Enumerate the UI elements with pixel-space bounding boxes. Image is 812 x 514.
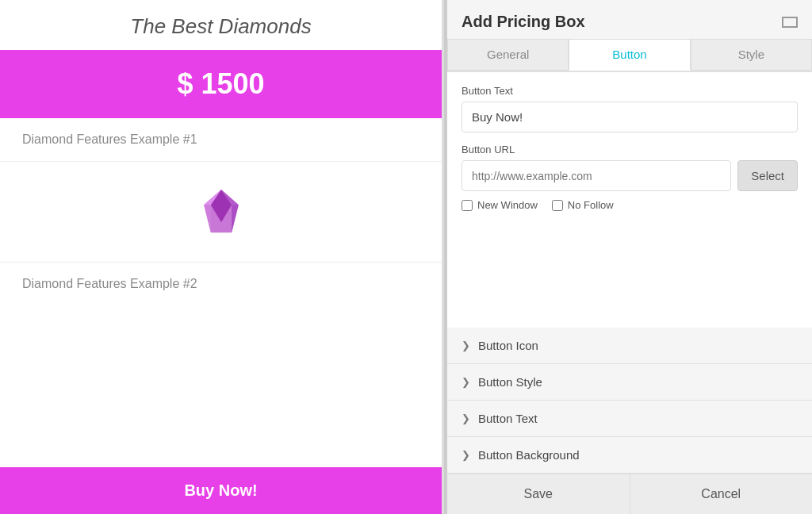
footer-buttons: Save Cancel — [447, 474, 812, 514]
feature-item-1: Diamond Features Example #1 — [0, 118, 442, 162]
panel-title: Add Pricing Box — [462, 13, 585, 31]
new-window-checkbox-label[interactable]: New Window — [462, 199, 538, 211]
svg-marker-2 — [204, 205, 211, 232]
feature-item-2: Diamond Features Example #2 — [0, 263, 442, 305]
chevron-right-icon: ❯ — [462, 376, 470, 388]
tab-button[interactable]: Button — [569, 39, 690, 71]
accordion-label-1: Button Icon — [478, 339, 538, 352]
new-window-checkbox[interactable] — [462, 200, 473, 211]
diamond-image-area — [0, 162, 442, 263]
cancel-button[interactable]: Cancel — [630, 474, 813, 514]
accordion-area: ❯ Button Icon ❯ Button Style ❯ Button Te… — [447, 328, 812, 474]
tab-style[interactable]: Style — [691, 39, 812, 71]
diamond-icon — [193, 184, 249, 240]
tab-general[interactable]: General — [447, 39, 569, 71]
accordion-button-text[interactable]: ❯ Button Text — [447, 401, 812, 437]
url-row: Select — [462, 160, 798, 191]
accordion-button-style[interactable]: ❯ Button Style — [447, 364, 812, 401]
svg-marker-3 — [232, 205, 239, 232]
chevron-right-icon: ❯ — [462, 339, 470, 351]
checkbox-row: New Window No Follow — [462, 199, 798, 211]
buy-now-button[interactable]: Buy Now! — [0, 467, 442, 514]
form-area: Button Text Button URL Select New Window… — [447, 72, 812, 328]
no-follow-checkbox-label[interactable]: No Follow — [552, 199, 614, 211]
chevron-right-icon: ❯ — [462, 449, 470, 461]
accordion-label-3: Button Text — [478, 412, 538, 425]
button-url-input[interactable] — [462, 160, 731, 191]
right-panel: Add Pricing Box General Button Style But… — [444, 0, 812, 514]
left-panel: The Best Diamonds $ 1500 Diamond Feature… — [0, 0, 444, 514]
select-button[interactable]: Select — [737, 160, 798, 191]
tabs-container: General Button Style — [447, 39, 812, 72]
window-control-icon[interactable] — [782, 17, 798, 28]
save-button[interactable]: Save — [447, 474, 630, 514]
no-follow-checkbox[interactable] — [552, 200, 563, 211]
page-title: The Best Diamonds — [0, 0, 442, 50]
accordion-label-4: Button Background — [478, 448, 580, 462]
button-text-input[interactable] — [462, 102, 798, 132]
accordion-button-background[interactable]: ❯ Button Background — [447, 437, 812, 474]
button-url-label: Button URL — [462, 144, 798, 155]
accordion-label-2: Button Style — [478, 375, 542, 389]
accordion-button-icon[interactable]: ❯ Button Icon — [447, 328, 812, 364]
button-text-label: Button Text — [462, 85, 798, 97]
price-display: $ 1500 — [0, 50, 442, 118]
new-window-label: New Window — [477, 199, 538, 211]
panel-header: Add Pricing Box — [447, 0, 812, 39]
no-follow-label: No Follow — [568, 199, 614, 211]
chevron-right-icon: ❯ — [462, 412, 470, 424]
